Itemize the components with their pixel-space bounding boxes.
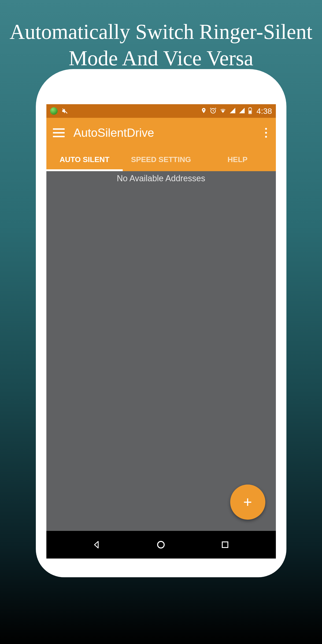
signal-icon-2 xyxy=(239,107,245,115)
tab-help[interactable]: HELP xyxy=(199,148,276,171)
android-nav-bar xyxy=(46,531,276,558)
status-time: 4:38 xyxy=(256,106,272,116)
tab-label: AUTO SILENT xyxy=(60,155,109,164)
fab-add-button[interactable]: + xyxy=(230,484,265,520)
status-left-icons xyxy=(50,107,69,115)
signal-icon xyxy=(229,107,236,115)
recent-apps-button[interactable] xyxy=(218,538,232,552)
svg-rect-6 xyxy=(222,542,228,548)
tab-bar: AUTO SILENT SPEED SETTING HELP xyxy=(46,148,276,171)
location-icon xyxy=(201,108,207,114)
battery-icon xyxy=(248,107,252,115)
globe-icon xyxy=(50,107,58,115)
wifi-icon xyxy=(220,107,226,115)
tab-speed-setting[interactable]: SPEED SETTING xyxy=(123,148,199,171)
phone-screen: 4:38 AutoSilentDrive AUTO SILENT SPEED S… xyxy=(46,104,276,558)
empty-state-message: No Available Addresses xyxy=(46,171,276,183)
svg-point-5 xyxy=(158,542,164,548)
tab-auto-silent[interactable]: AUTO SILENT xyxy=(46,148,123,171)
mute-icon xyxy=(61,107,69,115)
overflow-menu-icon[interactable] xyxy=(263,126,269,140)
alarm-icon xyxy=(210,107,216,115)
content-area: No Available Addresses + xyxy=(46,171,276,531)
status-right-icons: 4:38 xyxy=(201,106,272,116)
tab-label: HELP xyxy=(228,155,248,164)
plus-icon: + xyxy=(243,494,252,511)
tab-label: SPEED SETTING xyxy=(131,155,191,164)
phone-frame: 4:38 AutoSilentDrive AUTO SILENT SPEED S… xyxy=(36,69,286,577)
promo-headline: Automatically Switch Ringer-Silent Mode … xyxy=(0,0,322,72)
app-bar: AutoSilentDrive xyxy=(46,118,276,148)
svg-rect-4 xyxy=(249,110,251,113)
home-button[interactable] xyxy=(154,538,168,552)
app-title: AutoSilentDrive xyxy=(74,126,154,140)
back-button[interactable] xyxy=(90,538,104,552)
svg-rect-3 xyxy=(250,107,251,108)
hamburger-icon[interactable] xyxy=(53,128,65,137)
status-bar: 4:38 xyxy=(46,104,276,118)
